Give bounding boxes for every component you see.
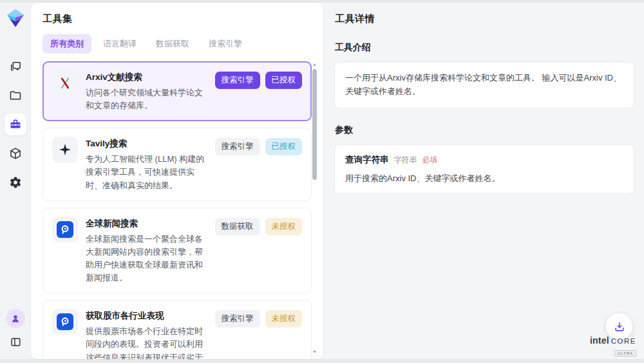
tool-description: 专为人工智能代理 (LLM) 构建的搜索引擎工具，可快速提供实时、准确和真实的结… xyxy=(86,153,207,191)
intel-series-text: CORE xyxy=(611,337,636,345)
intel-core-logo: intel CORE Ultra xyxy=(590,335,636,357)
cube-icon xyxy=(9,147,22,160)
details-panel-title: 工具详情 xyxy=(335,13,634,25)
category-badge: 搜索引擎 xyxy=(215,72,260,89)
user-avatar[interactable] xyxy=(6,309,25,328)
category-badge: 搜索引擎 xyxy=(215,138,260,155)
auth-status-badge: 未授权 xyxy=(265,310,303,328)
category-badge: 数据获取 xyxy=(215,218,260,235)
tools-panel: 工具集 所有类别 语言翻译 数据获取 搜索引擎 Arxiv文献搜索 xyxy=(31,3,323,359)
app-logo-icon[interactable] xyxy=(5,8,26,28)
category-badge: 搜索引擎 xyxy=(215,310,260,328)
tool-description: 全球新闻搜索是一个聚合全球各大新闻网站内容的搜索引擎，帮助用户快速获取全球最新资… xyxy=(86,233,207,285)
intro-section-heading: 工具介绍 xyxy=(335,42,634,54)
rail-bottom-section xyxy=(6,309,25,351)
tab-all-categories[interactable]: 所有类别 xyxy=(43,34,91,54)
tool-details-panel: 工具详情 工具介绍 一个用于从Arxiv存储库搜索科学论文和文章的工具。 输入可… xyxy=(323,3,644,359)
auth-status-badge: 未授权 xyxy=(265,218,303,235)
sidebar-item-packages[interactable] xyxy=(5,142,26,164)
tool-card-sector-performance[interactable]: 获取股市各行业表现 提供股票市场各个行业在特定时间段内的表现。投资者可以利用这些… xyxy=(43,300,312,359)
sidebar-item-files[interactable] xyxy=(5,84,26,106)
auth-status-badge: 已授权 xyxy=(265,72,303,89)
gear-icon xyxy=(9,176,22,189)
intel-brand-text: intel xyxy=(590,335,609,346)
scroll-down-arrow[interactable]: ▼ xyxy=(312,349,317,355)
sidebar-item-chat[interactable] xyxy=(5,55,26,77)
intro-box: 一个用于从Arxiv存储库搜索科学论文和文章的工具。 输入可以是Arxiv ID… xyxy=(335,63,634,108)
arxiv-logo-icon xyxy=(52,70,78,96)
parameter-description: 用于搜索的Arxiv ID、关键字或作者姓名。 xyxy=(345,172,623,185)
download-icon xyxy=(613,320,626,333)
tools-list: Arxiv文献搜索 访问各个研究领域大量科学论文和文章的存储库。 搜索引擎 已授… xyxy=(31,60,323,359)
tool-description: 访问各个研究领域大量科学论文和文章的存储库。 xyxy=(86,86,207,112)
app-window: 工具集 所有类别 语言翻译 数据获取 搜索引擎 Arxiv文献搜索 xyxy=(0,3,644,359)
tavily-star-icon xyxy=(52,137,78,162)
tab-language-translation[interactable]: 语言翻译 xyxy=(95,34,144,54)
sidebar-item-settings[interactable] xyxy=(5,172,26,193)
parameter-required-flag: 必填 xyxy=(422,155,438,166)
tools-panel-title: 工具集 xyxy=(31,3,323,29)
chat-icon xyxy=(9,60,22,73)
tool-card-tavily[interactable]: Tavily搜索 专为人工智能代理 (LLM) 构建的搜索引擎工具，可快速提供实… xyxy=(43,128,312,201)
parameter-box: 查询字符串 字符串 必填 用于搜索的Arxiv ID、关键字或作者姓名。 xyxy=(335,145,634,194)
params-section-heading: 参数 xyxy=(335,124,634,136)
intel-tier-badge: Ultra xyxy=(614,350,636,357)
panel-layout-icon xyxy=(10,336,22,348)
tab-data-fetch[interactable]: 数据获取 xyxy=(148,34,197,54)
parameter-type: 字符串 xyxy=(394,155,417,166)
intro-text: 一个用于从Arxiv存储库搜索科学论文和文章的工具。 输入可以是Arxiv ID… xyxy=(345,72,623,99)
folder-icon xyxy=(9,89,22,102)
toolbox-icon xyxy=(9,118,22,131)
rail-navigation xyxy=(5,55,26,193)
scroll-up-arrow[interactable]: ▲ xyxy=(312,61,317,68)
panel-toggle-button[interactable] xyxy=(6,332,25,351)
tool-description: 提供股票市场各个行业在特定时间段内的表现。投资者可以利用这些信息来识别表现优于或… xyxy=(86,325,207,359)
category-tabs: 所有类别 语言翻译 数据获取 搜索引擎 xyxy=(31,29,323,60)
scrollbar-thumb[interactable] xyxy=(312,69,317,180)
tool-title: Tavily搜索 xyxy=(86,138,207,150)
tool-card-arxiv[interactable]: Arxiv文献搜索 访问各个研究领域大量科学论文和文章的存储库。 搜索引擎 已授… xyxy=(43,61,312,121)
tools-list-container: Arxiv文献搜索 访问各个研究领域大量科学论文和文章的存储库。 搜索引擎 已授… xyxy=(31,60,323,359)
parameter-name: 查询字符串 xyxy=(345,154,389,166)
left-icon-rail xyxy=(0,3,31,359)
sidebar-item-tools[interactable] xyxy=(5,113,26,135)
q-news-logo-icon xyxy=(52,309,78,335)
tool-card-global-news[interactable]: 全球新闻搜索 全球新闻搜索是一个聚合全球各大新闻网站内容的搜索引擎，帮助用户快速… xyxy=(43,208,312,294)
tab-search-engine[interactable]: 搜索引擎 xyxy=(201,34,250,54)
tool-title: Arxiv文献搜索 xyxy=(86,72,207,83)
person-icon xyxy=(10,313,21,324)
tool-title: 获取股市各行业表现 xyxy=(86,310,207,322)
tool-title: 全球新闻搜索 xyxy=(86,218,207,230)
auth-status-badge: 已授权 xyxy=(265,138,303,155)
q-news-logo-icon xyxy=(52,217,78,242)
list-scrollbar: ▲ ▼ xyxy=(312,61,317,358)
